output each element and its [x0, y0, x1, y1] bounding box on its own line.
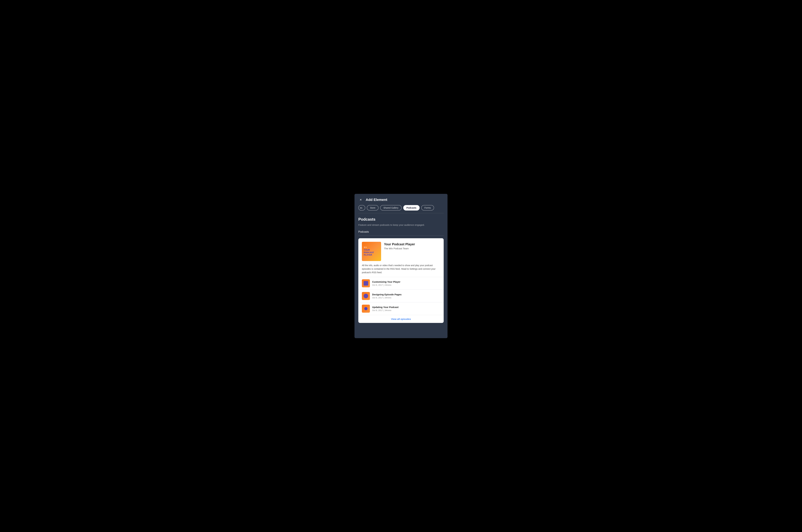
add-element-panel: × Add Element es Store Shared Gallery Po…	[354, 194, 448, 338]
podcast-thumbnail: WIX YOUR PODCAST PLAYER	[362, 242, 381, 261]
thumb-text: YOUR PODCAST PLAYER	[364, 249, 379, 256]
podcast-author: The Wix Podcast Team	[384, 247, 440, 250]
episode-details-1: Customizing Your Player Oct 8, 2017 | 24…	[372, 281, 440, 286]
podcast-card[interactable]: WIX YOUR PODCAST PLAYER Your Podcast Pla…	[358, 238, 444, 323]
panel-header: × Add Element	[354, 194, 448, 205]
episode-title-1: Customizing Your Player	[372, 281, 440, 283]
episode-title-2: Designing Episode Pages	[372, 293, 440, 296]
close-button[interactable]: ×	[358, 197, 363, 202]
section-description: Feature and stream podcasts to keep your…	[358, 223, 444, 227]
podcast-card-top: WIX YOUR PODCAST PLAYER Your Podcast Pla…	[358, 238, 444, 264]
tabs-row: es Store Shared Gallery Podcasts Forms	[354, 205, 448, 213]
podcast-name: Your Podcast Player	[384, 243, 440, 246]
episode-thumbnail-3	[362, 305, 370, 313]
content-area: Podcasts Feature and stream podcasts to …	[354, 213, 448, 323]
episode-meta-3: Oct 8, 2017 | 34mins	[372, 309, 440, 311]
sub-divider	[358, 235, 444, 236]
sub-section-title: Podcasts	[358, 230, 444, 233]
episode-thumbnail-1	[362, 279, 370, 287]
episodes-list: Customizing Your Player Oct 8, 2017 | 24…	[358, 277, 444, 315]
tab-shared-gallery[interactable]: Shared Gallery	[380, 205, 402, 210]
episode-title-3: Updating Your Podcast	[372, 306, 440, 308]
panel-title: Add Element	[366, 198, 387, 202]
episode-item[interactable]: Designing Episode Pages Oct 8, 2017 | 34…	[358, 290, 444, 302]
tab-podcasts[interactable]: Podcasts	[403, 205, 419, 210]
episode-meta-1: Oct 8, 2017 | 24mins	[372, 284, 440, 286]
tab-forms[interactable]: Forms	[421, 205, 434, 210]
podcast-info: Your Podcast Player The Wix Podcast Team	[384, 242, 440, 250]
episode-item[interactable]: Customizing Your Player Oct 8, 2017 | 24…	[358, 277, 444, 290]
tab-store[interactable]: Store	[367, 205, 378, 210]
episode-thumbnail-2	[362, 292, 370, 300]
episode-details-3: Updating Your Podcast Oct 8, 2017 | 34mi…	[372, 306, 440, 311]
thumb-wix-label: WIX	[364, 246, 379, 248]
episode-item[interactable]: Updating Your Podcast Oct 8, 2017 | 34mi…	[358, 302, 444, 315]
podcast-description: All the info, audio or video that's need…	[358, 264, 444, 277]
tab-partial[interactable]: es	[358, 205, 365, 210]
episode-meta-2: Oct 8, 2017 | 34mins	[372, 297, 440, 299]
section-title: Podcasts	[358, 217, 444, 222]
view-all-episodes-link[interactable]: View all episodes	[358, 315, 444, 323]
episode-details-2: Designing Episode Pages Oct 8, 2017 | 34…	[372, 293, 440, 299]
